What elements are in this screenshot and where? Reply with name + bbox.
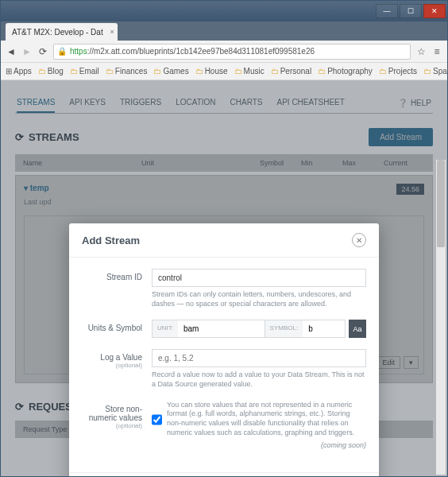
- url-scheme: https: [70, 47, 87, 56]
- browser-tab[interactable]: AT&T M2X: Develop - Dat ×: [6, 23, 118, 41]
- bookmark-folder[interactable]: 🗀Projects: [379, 67, 417, 76]
- nonnumeric-checkbox[interactable]: [152, 401, 162, 438]
- case-toggle-button[interactable]: Aa: [349, 320, 366, 338]
- units-label: Units & Symbol: [82, 320, 152, 338]
- modal-close-button[interactable]: ✕: [352, 233, 366, 247]
- stream-id-label: Stream ID: [82, 269, 152, 308]
- bookmark-folder[interactable]: 🗀Music: [234, 67, 265, 76]
- log-value-input[interactable]: [152, 349, 366, 367]
- bookmarks-bar: ⊞Apps 🗀Blog 🗀Email 🗀Finances 🗀Games 🗀Hou…: [1, 63, 447, 80]
- reload-icon[interactable]: ⟳: [37, 46, 48, 57]
- scrollbar-track[interactable]: [436, 160, 446, 475]
- browser-toolbar: ◄ ► ⟳ 🔒 https ://m2x.att.com /blueprints…: [1, 41, 447, 63]
- back-icon[interactable]: ◄: [6, 46, 17, 57]
- stream-id-hint: Stream IDs can only contain letters, num…: [152, 290, 366, 308]
- address-bar[interactable]: 🔒 https ://m2x.att.com /blueprints/1cb14…: [53, 44, 411, 60]
- forward-icon[interactable]: ►: [21, 46, 33, 57]
- log-value-label: Log a Value (optional): [82, 349, 152, 389]
- scrollbar-thumb[interactable]: [437, 160, 445, 247]
- nonnumeric-label: Store non-numeric values (optional): [82, 401, 152, 450]
- lock-icon: 🔒: [57, 47, 67, 56]
- add-stream-modal: Add Stream ✕ Stream ID Stream IDs can on…: [69, 223, 379, 476]
- bookmark-folder[interactable]: 🗀Finances: [106, 67, 148, 76]
- bookmark-folder[interactable]: 🗀Photography: [318, 67, 373, 76]
- modal-title: Add Stream: [82, 235, 140, 246]
- url-host: ://m2x.att.com: [87, 47, 137, 56]
- bookmark-folder[interactable]: 🗀Games: [153, 67, 188, 76]
- window-title-bar: — ☐ ✕: [1, 1, 447, 21]
- log-value-hint: Record a value now to add a value to you…: [152, 370, 366, 389]
- bookmark-folder[interactable]: 🗀SparkFun: [423, 67, 448, 76]
- close-icon: ✕: [356, 236, 362, 245]
- apps-shortcut[interactable]: ⊞Apps: [6, 67, 32, 76]
- symbol-input[interactable]: [303, 320, 345, 337]
- window-minimize-button[interactable]: —: [376, 4, 398, 18]
- url-path: /blueprints/1cb142ee97be84d311081ef09958…: [137, 47, 315, 56]
- bookmark-folder[interactable]: 🗀Email: [70, 67, 99, 76]
- coming-soon-text: (coming soon): [152, 441, 366, 451]
- stream-id-input[interactable]: [152, 269, 366, 287]
- star-icon[interactable]: ☆: [415, 46, 427, 57]
- unit-input[interactable]: [178, 320, 265, 337]
- window-maximize-button[interactable]: ☐: [400, 4, 422, 18]
- close-icon[interactable]: ×: [110, 28, 114, 36]
- browser-tab-title: AT&T M2X: Develop - Dat: [12, 28, 103, 37]
- bookmark-folder[interactable]: 🗀Blog: [38, 67, 64, 76]
- bookmark-folder[interactable]: 🗀House: [195, 67, 228, 76]
- window-close-button[interactable]: ✕: [423, 4, 446, 18]
- nonnumeric-hint: You can store values that are not repres…: [167, 401, 366, 438]
- unit-prefix-label: UNIT:: [153, 320, 178, 337]
- symbol-prefix-label: SYMBOL:: [265, 320, 303, 337]
- browser-tab-strip: AT&T M2X: Develop - Dat ×: [1, 21, 447, 41]
- bookmark-folder[interactable]: 🗀Personal: [271, 67, 311, 76]
- menu-icon[interactable]: ≡: [431, 46, 442, 57]
